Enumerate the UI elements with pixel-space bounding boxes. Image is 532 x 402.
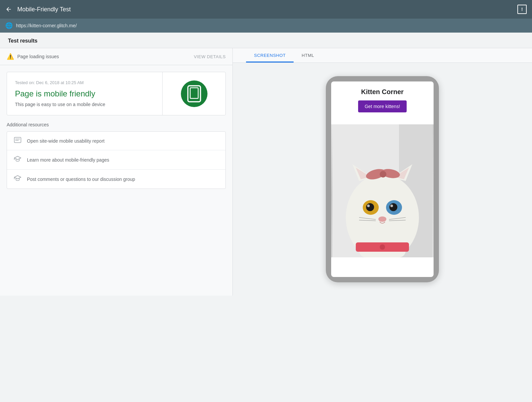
svg-point-28 — [380, 244, 385, 250]
phone-screen: Kitten Corner Get more kittens! — [331, 81, 434, 277]
mobile-icon-circle — [181, 80, 207, 107]
additional-resources: Additional resources Open site-wide mobi… — [7, 122, 226, 189]
main-container: Test results ⚠️ Page loading issues VIEW… — [0, 33, 532, 296]
top-bar: Mobile-Friendly Test ! — [0, 0, 532, 19]
svg-rect-1 — [190, 88, 198, 98]
svg-point-21 — [390, 204, 393, 207]
test-results-header: Test results — [0, 33, 532, 48]
tab-html[interactable]: HTML — [294, 48, 322, 63]
globe-icon: 🌐 — [5, 22, 13, 29]
tab-screenshot[interactable]: SCREENSHOT — [246, 48, 294, 63]
tab-bar: SCREENSHOT HTML — [233, 48, 532, 63]
additional-resources-title: Additional resources — [7, 122, 226, 127]
svg-point-15 — [380, 171, 386, 178]
phone-site-title: Kitten Corner — [336, 88, 428, 96]
report-icon — [14, 137, 22, 145]
svg-point-20 — [367, 204, 370, 207]
screenshot-area: Kitten Corner Get more kittens! — [233, 63, 532, 296]
left-panel: ⚠️ Page loading issues VIEW DETAILS Test… — [0, 48, 233, 296]
resource-text-0: Open site-wide mobile usability report — [27, 138, 104, 144]
svg-point-19 — [389, 203, 397, 211]
url-text: https://kitten-corner.glitch.me/ — [16, 23, 77, 28]
mobile-friendly-title: Page is mobile friendly — [15, 89, 154, 98]
svg-point-22 — [378, 216, 386, 222]
page-title: Mobile-Friendly Test — [17, 6, 517, 13]
svg-rect-2 — [14, 137, 21, 143]
result-card: Tested on: Dec 6, 2018 at 10:25 AM Page … — [7, 72, 226, 115]
svg-point-18 — [366, 203, 374, 211]
right-panel: SCREENSHOT HTML Kitten Corner Get more k… — [233, 48, 532, 296]
phone-mockup: Kitten Corner Get more kittens! — [326, 76, 439, 282]
cat-image — [331, 124, 434, 257]
view-details-link[interactable]: VIEW DETAILS — [194, 54, 226, 59]
resource-item-0[interactable]: Open site-wide mobile usability report — [7, 132, 225, 150]
resource-item-2[interactable]: Post comments or questions to our discus… — [7, 170, 225, 189]
content-area: ⚠️ Page loading issues VIEW DETAILS Test… — [0, 48, 532, 296]
mobile-friendly-desc: This page is easy to use on a mobile dev… — [15, 102, 154, 107]
phone-cta-button: Get more kittens! — [358, 100, 407, 112]
resources-card: Open site-wide mobile usability report L… — [7, 131, 226, 189]
warning-text: Page loading issues — [17, 54, 191, 59]
notification-icon[interactable]: ! — [517, 5, 527, 14]
back-button[interactable] — [5, 6, 12, 13]
warning-icon: ⚠️ — [7, 53, 14, 60]
resource-item-1[interactable]: Learn more about mobile-friendly pages — [7, 150, 225, 170]
test-results-title: Test results — [8, 38, 38, 44]
mobile-device-icon — [187, 85, 201, 102]
result-card-left: Tested on: Dec 6, 2018 at 10:25 AM Page … — [7, 72, 162, 115]
discussion-icon — [14, 175, 22, 183]
result-card-icon-area — [162, 72, 225, 115]
learn-icon — [14, 156, 22, 164]
resource-text-1: Learn more about mobile-friendly pages — [27, 157, 109, 163]
cat-svg — [331, 124, 434, 257]
svg-rect-8 — [359, 224, 406, 257]
tested-on-text: Tested on: Dec 6, 2018 at 10:25 AM — [15, 80, 154, 85]
resource-text-2: Post comments or questions to our discus… — [27, 177, 135, 182]
url-bar: 🌐 https://kitten-corner.glitch.me/ — [0, 19, 532, 33]
warning-bar: ⚠️ Page loading issues VIEW DETAILS — [0, 48, 232, 65]
phone-content: Kitten Corner Get more kittens! — [331, 81, 434, 124]
